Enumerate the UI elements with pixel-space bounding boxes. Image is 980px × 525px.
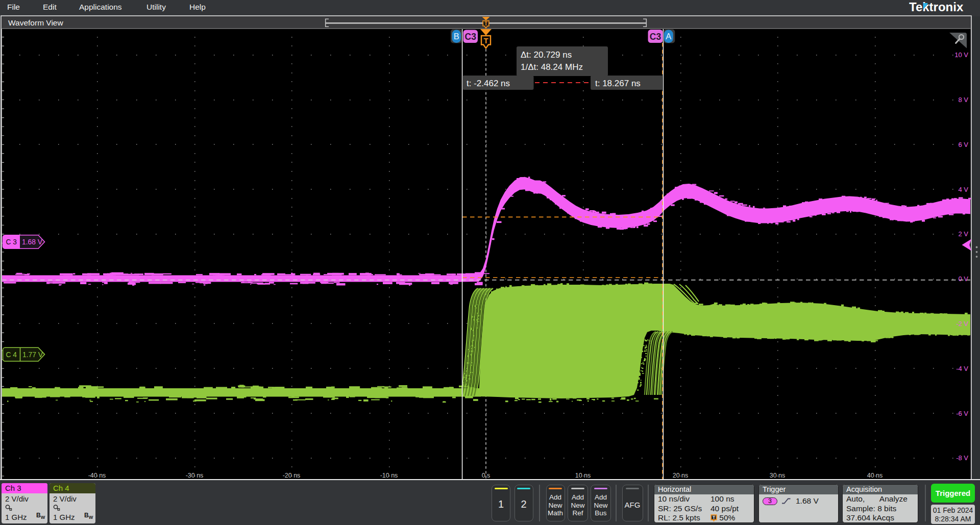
svg-text:Waveform View: Waveform View [8,18,63,27]
svg-text:0 s: 0 s [482,472,491,479]
svg-text:-8 V: -8 V [956,454,968,462]
svg-text:T: T [483,36,488,45]
svg-text:1.68 V: 1.68 V [22,238,43,246]
svg-text:-2 V: -2 V [956,320,968,328]
svg-text:Tektronix: Tektronix [909,1,964,14]
svg-text:T: T [484,21,487,27]
svg-text:B: B [454,32,459,41]
svg-text:1.77 V: 1.77 V [22,351,43,359]
svg-text:4 V: 4 V [958,186,968,193]
svg-text:t: -2.462 ns: t: -2.462 ns [467,79,510,88]
svg-text:C 3: C 3 [6,238,17,246]
svg-text:10 ns: 10 ns [575,472,591,479]
svg-text:Δt: 20.729 ns: Δt: 20.729 ns [521,50,572,60]
svg-text:-6 V: -6 V [956,410,968,417]
svg-text:40 ns: 40 ns [867,472,883,479]
svg-text:-30 ns: -30 ns [186,472,204,479]
svg-text:t: 18.267 ns: t: 18.267 ns [595,79,641,88]
svg-text:8 V: 8 V [958,96,968,104]
svg-text:0 V: 0 V [958,275,968,283]
svg-text:6 V: 6 V [958,141,968,148]
svg-text:30 ns: 30 ns [770,472,786,479]
svg-text:-40 ns: -40 ns [88,472,106,479]
svg-text:20 ns: 20 ns [673,472,689,479]
svg-text:-4 V: -4 V [956,365,968,372]
svg-text:C3: C3 [650,32,662,42]
svg-text:-20 ns: -20 ns [283,472,301,479]
svg-text:C3: C3 [465,32,477,42]
svg-text:A: A [666,32,671,41]
svg-text:-10 ns: -10 ns [380,472,398,479]
svg-text:1/Δt: 48.24 MHz: 1/Δt: 48.24 MHz [521,62,583,72]
svg-text:C 4: C 4 [6,351,17,359]
svg-text:2 V: 2 V [958,230,968,238]
svg-text:10 V: 10 V [954,51,968,59]
svg-text:T: T [713,515,716,520]
